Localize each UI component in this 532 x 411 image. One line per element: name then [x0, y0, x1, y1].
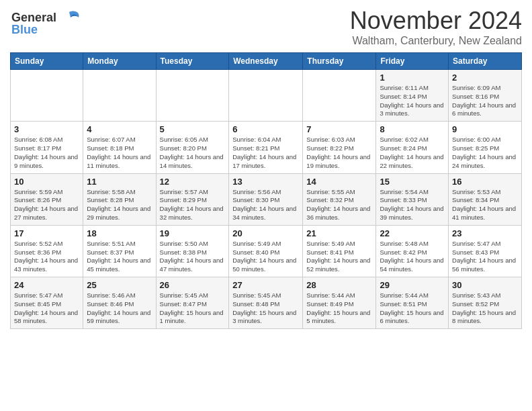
table-row: 10Sunrise: 5:59 AM Sunset: 8:26 PM Dayli… — [11, 173, 83, 225]
table-row: 20Sunrise: 5:49 AM Sunset: 8:40 PM Dayli… — [229, 225, 303, 277]
day-number: 29 — [380, 280, 445, 290]
day-number: 3 — [14, 124, 79, 134]
day-info: Sunrise: 5:49 AM Sunset: 8:41 PM Dayligh… — [306, 240, 372, 274]
day-number: 8 — [380, 124, 445, 134]
calendar-week-4: 17Sunrise: 5:52 AM Sunset: 8:36 PM Dayli… — [11, 225, 522, 277]
table-row: 24Sunrise: 5:47 AM Sunset: 8:45 PM Dayli… — [11, 277, 83, 329]
day-info: Sunrise: 5:58 AM Sunset: 8:28 PM Dayligh… — [87, 188, 152, 222]
table-row: 19Sunrise: 5:50 AM Sunset: 8:38 PM Dayli… — [156, 225, 229, 277]
table-row: 2Sunrise: 6:09 AM Sunset: 8:16 PM Daylig… — [449, 70, 522, 122]
day-info: Sunrise: 5:55 AM Sunset: 8:32 PM Dayligh… — [306, 188, 372, 222]
day-number: 6 — [232, 124, 299, 134]
logo: General Blue — [10, 7, 84, 43]
table-row: 30Sunrise: 5:43 AM Sunset: 8:52 PM Dayli… — [449, 277, 522, 329]
table-row: 16Sunrise: 5:53 AM Sunset: 8:34 PM Dayli… — [449, 173, 522, 225]
logo-text: General Blue — [10, 7, 84, 43]
day-number: 11 — [87, 177, 152, 187]
day-info: Sunrise: 5:43 AM Sunset: 8:52 PM Dayligh… — [452, 291, 518, 326]
day-number: 27 — [232, 280, 299, 290]
day-info: Sunrise: 5:48 AM Sunset: 8:42 PM Dayligh… — [380, 240, 445, 274]
day-info: Sunrise: 5:54 AM Sunset: 8:33 PM Dayligh… — [380, 188, 445, 222]
day-info: Sunrise: 5:56 AM Sunset: 8:30 PM Dayligh… — [232, 188, 299, 222]
day-info: Sunrise: 6:04 AM Sunset: 8:21 PM Dayligh… — [232, 136, 299, 170]
day-info: Sunrise: 5:52 AM Sunset: 8:36 PM Dayligh… — [14, 240, 79, 274]
table-row: 7Sunrise: 6:03 AM Sunset: 8:22 PM Daylig… — [303, 122, 376, 173]
day-number: 7 — [306, 124, 372, 134]
calendar-week-5: 24Sunrise: 5:47 AM Sunset: 8:45 PM Dayli… — [11, 277, 522, 329]
calendar: Sunday Monday Tuesday Wednesday Thursday… — [10, 52, 522, 329]
table-row: 8Sunrise: 6:02 AM Sunset: 8:24 PM Daylig… — [376, 122, 449, 173]
table-row: 22Sunrise: 5:48 AM Sunset: 8:42 PM Dayli… — [376, 225, 449, 277]
day-number: 12 — [160, 177, 226, 187]
day-info: Sunrise: 6:00 AM Sunset: 8:25 PM Dayligh… — [452, 136, 518, 170]
table-row: 29Sunrise: 5:44 AM Sunset: 8:51 PM Dayli… — [376, 277, 449, 329]
table-row: 15Sunrise: 5:54 AM Sunset: 8:33 PM Dayli… — [376, 173, 449, 225]
table-row: 5Sunrise: 6:05 AM Sunset: 8:20 PM Daylig… — [156, 122, 229, 173]
day-info: Sunrise: 6:08 AM Sunset: 8:17 PM Dayligh… — [14, 136, 79, 170]
day-info: Sunrise: 6:11 AM Sunset: 8:14 PM Dayligh… — [380, 84, 445, 118]
table-row: 23Sunrise: 5:47 AM Sunset: 8:43 PM Dayli… — [449, 225, 522, 277]
calendar-week-1: 1Sunrise: 6:11 AM Sunset: 8:14 PM Daylig… — [11, 70, 522, 122]
day-info: Sunrise: 5:49 AM Sunset: 8:40 PM Dayligh… — [232, 240, 299, 274]
day-number: 23 — [452, 228, 518, 238]
day-info: Sunrise: 5:45 AM Sunset: 8:47 PM Dayligh… — [160, 291, 226, 326]
day-info: Sunrise: 6:03 AM Sunset: 8:22 PM Dayligh… — [306, 136, 372, 170]
day-number: 22 — [380, 228, 445, 238]
col-thursday: Thursday — [303, 53, 376, 70]
day-number: 5 — [160, 124, 226, 134]
day-number: 25 — [87, 280, 152, 290]
day-number: 9 — [452, 124, 518, 134]
day-number: 20 — [232, 228, 299, 238]
title-section: November 2024 Waltham, Canterbury, New Z… — [350, 7, 522, 47]
day-info: Sunrise: 5:53 AM Sunset: 8:34 PM Dayligh… — [452, 188, 518, 222]
table-row: 1Sunrise: 6:11 AM Sunset: 8:14 PM Daylig… — [376, 70, 449, 122]
table-row: 3Sunrise: 6:08 AM Sunset: 8:17 PM Daylig… — [11, 122, 83, 173]
svg-text:Blue: Blue — [11, 23, 38, 36]
col-wednesday: Wednesday — [229, 53, 303, 70]
day-number: 19 — [160, 228, 226, 238]
table-row: 4Sunrise: 6:07 AM Sunset: 8:18 PM Daylig… — [83, 122, 156, 173]
day-number: 15 — [380, 177, 445, 187]
day-number: 14 — [306, 177, 372, 187]
table-row: 6Sunrise: 6:04 AM Sunset: 8:21 PM Daylig… — [229, 122, 303, 173]
calendar-week-2: 3Sunrise: 6:08 AM Sunset: 8:17 PM Daylig… — [11, 122, 522, 173]
col-friday: Friday — [376, 53, 449, 70]
day-number: 28 — [306, 280, 372, 290]
table-row: 17Sunrise: 5:52 AM Sunset: 8:36 PM Dayli… — [11, 225, 83, 277]
day-info: Sunrise: 5:50 AM Sunset: 8:38 PM Dayligh… — [160, 240, 226, 274]
day-info: Sunrise: 6:07 AM Sunset: 8:18 PM Dayligh… — [87, 136, 152, 170]
day-number: 18 — [87, 228, 152, 238]
table-row — [303, 70, 376, 122]
table-row: 28Sunrise: 5:44 AM Sunset: 8:49 PM Dayli… — [303, 277, 376, 329]
day-info: Sunrise: 5:44 AM Sunset: 8:49 PM Dayligh… — [306, 291, 372, 326]
day-info: Sunrise: 5:59 AM Sunset: 8:26 PM Dayligh… — [14, 188, 79, 222]
svg-text:General: General — [11, 11, 56, 24]
day-number: 2 — [452, 73, 518, 83]
day-number: 21 — [306, 228, 372, 238]
day-number: 24 — [14, 280, 79, 290]
table-row: 13Sunrise: 5:56 AM Sunset: 8:30 PM Dayli… — [229, 173, 303, 225]
header: General Blue November 2024 Waltham, Cant… — [10, 7, 522, 47]
day-number: 10 — [14, 177, 79, 187]
month-title: November 2024 — [350, 7, 522, 35]
calendar-header-row: Sunday Monday Tuesday Wednesday Thursday… — [11, 53, 522, 70]
table-row: 26Sunrise: 5:45 AM Sunset: 8:47 PM Dayli… — [156, 277, 229, 329]
table-row: 27Sunrise: 5:45 AM Sunset: 8:48 PM Dayli… — [229, 277, 303, 329]
day-info: Sunrise: 5:44 AM Sunset: 8:51 PM Dayligh… — [380, 291, 445, 326]
col-saturday: Saturday — [449, 53, 522, 70]
day-number: 4 — [87, 124, 152, 134]
day-info: Sunrise: 5:51 AM Sunset: 8:37 PM Dayligh… — [87, 240, 152, 274]
calendar-week-3: 10Sunrise: 5:59 AM Sunset: 8:26 PM Dayli… — [11, 173, 522, 225]
table-row: 9Sunrise: 6:00 AM Sunset: 8:25 PM Daylig… — [449, 122, 522, 173]
day-info: Sunrise: 6:09 AM Sunset: 8:16 PM Dayligh… — [452, 84, 518, 118]
day-info: Sunrise: 6:02 AM Sunset: 8:24 PM Dayligh… — [380, 136, 445, 170]
table-row: 18Sunrise: 5:51 AM Sunset: 8:37 PM Dayli… — [83, 225, 156, 277]
location: Waltham, Canterbury, New Zealand — [350, 35, 522, 47]
day-number: 17 — [14, 228, 79, 238]
day-number: 30 — [452, 280, 518, 290]
table-row — [229, 70, 303, 122]
table-row — [11, 70, 83, 122]
table-row: 21Sunrise: 5:49 AM Sunset: 8:41 PM Dayli… — [303, 225, 376, 277]
day-number: 1 — [380, 73, 445, 83]
col-sunday: Sunday — [11, 53, 83, 70]
